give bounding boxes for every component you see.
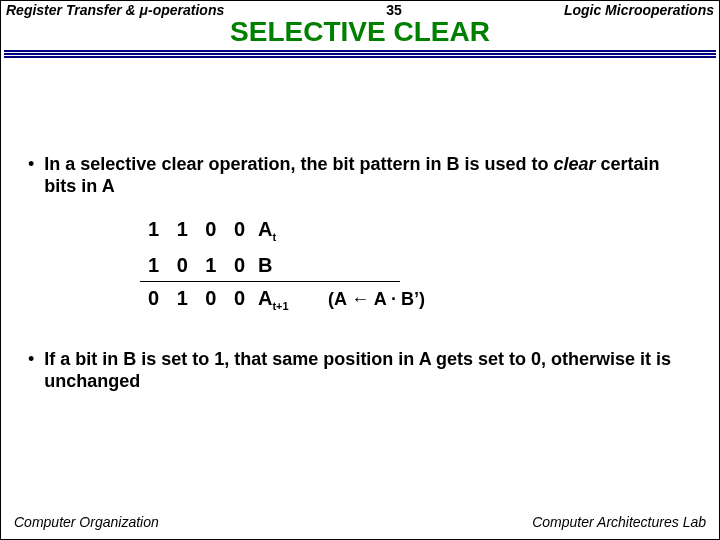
footer-left: Computer Organization [14, 514, 159, 530]
slide-footer: Computer Organization Computer Architect… [0, 514, 720, 530]
footer-right: Computer Architectures Lab [532, 514, 706, 530]
